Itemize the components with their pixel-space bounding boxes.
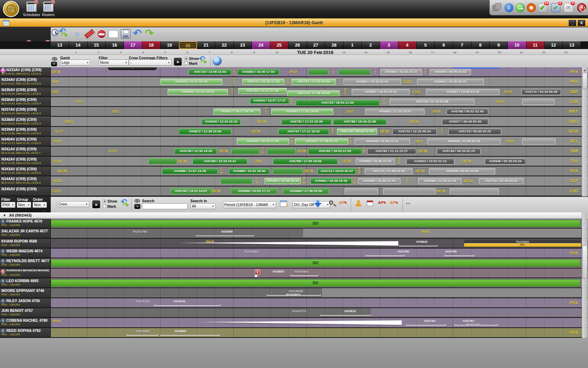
crew-filter-select[interactable]: PHX▼: [1, 202, 15, 208]
flight-bar[interactable]: [267, 148, 296, 154]
day-header-17[interactable]: 17: [124, 41, 142, 49]
flight-bar[interactable]: AV5847 / 20:31 23:12: [352, 89, 410, 95]
flight-bar[interactable]: AV5768 / 13:19 15:47: [192, 158, 247, 164]
duty-mark[interactable]: [127, 334, 158, 336]
flight-bar[interactable]: AV5713 / 21:09 23:16: [365, 168, 413, 174]
flight-bar[interactable]: AV5847 / 23:55 03:19: [426, 89, 499, 95]
scroll-up-icon[interactable]: ▲: [583, 69, 586, 72]
ruler-icon[interactable]: [84, 29, 95, 39]
undo-icon[interactable]: ↶: [133, 29, 143, 39]
stations-icon[interactable]: [97, 29, 106, 39]
crew-mark-radio[interactable]: [103, 204, 106, 208]
aircraft-label-cell[interactable]: N336AV (CR9) (CR9)BLH:10:42, ABH:10:15, …: [0, 97, 51, 106]
day-header-22[interactable]: 22: [215, 41, 233, 49]
flight-bar[interactable]: AV5872 / 12:39 15:05: [179, 129, 231, 135]
flight-bar[interactable]: AV5733 / 00:55 03:20: [448, 129, 501, 135]
flight-bar[interactable]: AV5833 / 23:02 01:14: [406, 158, 454, 164]
download-arrow-icon[interactable]: [314, 199, 322, 208]
day-header-8[interactable]: 8: [471, 41, 490, 49]
day-header-11[interactable]: 11: [526, 41, 545, 49]
flight-bar[interactable]: AV5817 / 14:17 16:24: [214, 109, 260, 115]
flight-bar[interactable]: AV5803 / 21:10 23:53: [365, 109, 425, 115]
duty-mark[interactable]: [160, 334, 220, 336]
aircraft-label-cell[interactable]: N341AV (CR9) (CR9)BLH:11:58, ABH:11:03, …: [0, 146, 51, 156]
crew-group-header[interactable]: ▼ All (99/2443): [0, 212, 588, 219]
flight-bar[interactable]: AV5940 / 17:39 20:09: [283, 188, 329, 194]
flight-bar[interactable]: [148, 158, 177, 164]
redo-icon[interactable]: ↷: [145, 29, 155, 39]
duty-mark[interactable]: [399, 245, 438, 246]
rule-violation-icon[interactable]: §: [255, 270, 260, 275]
crew-label-cell[interactable]: SLEO KORBIN 4693PHX - CA/CRX: [0, 278, 51, 287]
flight-bar[interactable]: AV5856 / 20:45 22:25: [356, 158, 394, 164]
aircraft-label-cell[interactable]: N342AV (CR9) (CR9)BLH:12:26, ABH:12:03, …: [0, 157, 51, 166]
flight-bar[interactable]: AV5768 / 17:00 19:55: [273, 158, 338, 164]
day-header-25[interactable]: 25: [270, 41, 288, 49]
day-header-13[interactable]: 13: [563, 41, 581, 49]
flight-bar[interactable]: AV5919 / 20:35 23:11: [355, 138, 410, 144]
crew-coverage-filters-select[interactable]: -▼: [129, 60, 172, 66]
power-icon[interactable]: [577, 3, 586, 12]
flight-bar[interactable]: AV5991 / 16:36 18:15: [265, 178, 301, 184]
flight-bar[interactable]: [338, 69, 371, 75]
mail-icon[interactable]: ✉0: [564, 3, 573, 12]
flight-bar[interactable]: AV5711 / 04:16 05:59: [522, 89, 561, 95]
duty-mark[interactable]: [290, 274, 318, 276]
gantt-filter-select[interactable]: None▼: [99, 60, 129, 66]
flight-bar[interactable]: AV5929 / 13:44 15:32: [202, 119, 241, 125]
flight-bar[interactable]: [450, 188, 499, 194]
refresh-icon[interactable]: [199, 57, 208, 66]
flight-bar[interactable]: AV5919 / 23:59 03:19: [427, 138, 500, 144]
flight-bar[interactable]: AV5782 / 18:53 21:00: [308, 148, 362, 154]
eye-icon[interactable]: [52, 57, 57, 61]
day-header-21[interactable]: 21: [197, 41, 215, 49]
ap-edit-icon[interactable]: AP✎: [339, 200, 347, 205]
assignment-wedge[interactable]: [177, 241, 398, 246]
flight-bar[interactable]: AV5803 / 17:02 19:43: [271, 109, 333, 115]
day-header-1[interactable]: 1: [343, 41, 362, 49]
collapse-tab[interactable]: ⌄: [39, 210, 48, 212]
clock-icon[interactable]: [51, 29, 58, 36]
collapse-tab[interactable]: ⌄: [108, 67, 157, 70]
crew-label-cell[interactable]: SREED SOPHIA 4792PHX - CA/CRX: [0, 328, 51, 337]
dots-icon[interactable]: ●●: [406, 202, 411, 205]
minimize-button[interactable]: _: [569, 20, 576, 26]
day-header-12[interactable]: 12: [545, 41, 563, 49]
flight-bar[interactable]: [308, 69, 328, 75]
crew-group-select[interactable]: Non▼: [17, 202, 31, 208]
expand-chevron-button[interactable]: »: [51, 62, 57, 66]
day-header-20[interactable]: 20: [179, 41, 197, 49]
flight-bar[interactable]: AV5737 / 17:50 20:04: [292, 79, 336, 85]
day-header-18[interactable]: 18: [142, 41, 160, 49]
flight-bar[interactable]: AV5737 / 15:32 17:30: [243, 79, 284, 85]
refresh-icon[interactable]: [121, 200, 130, 209]
scrollbar-thumb[interactable]: [582, 245, 587, 279]
day-off-bar[interactable]: DO: [51, 259, 580, 267]
flight-bar[interactable]: [522, 99, 554, 105]
duty-mark[interactable]: [320, 314, 371, 316]
ap-orange-icon[interactable]: AP✎: [390, 200, 398, 205]
aircraft-label-cell[interactable]: ✕N333AV (CR9) (CR9)BLH:09:41, ABH:09:12,…: [0, 67, 51, 76]
flight-bar[interactable]: AV5732 / 22:25 00:24: [392, 129, 437, 135]
flight-bar[interactable]: AV5729 / 18:04 21:50: [296, 100, 379, 106]
aircraft-label-cell[interactable]: N338AV (CR9) (CR9)BLH:08:32, ABH:08:00, …: [0, 117, 51, 126]
aircraft-label-cell[interactable]: N343AV (CR9) (CR9)BLH:12:34, ABH:11:32, …: [0, 166, 51, 176]
show-radio[interactable]: [184, 56, 188, 60]
day-header-27[interactable]: 27: [307, 41, 325, 49]
flight-bar[interactable]: [231, 148, 259, 154]
flight-bar[interactable]: AV5738 / 12:30 14:26: [175, 148, 217, 154]
crew-label-cell[interactable]: MOORE EPIPHANY 4746PHX - CA/CRX: [0, 288, 51, 297]
windows-icon[interactable]: [492, 3, 502, 12]
gantt-mode-select[interactable]: Legs▼: [60, 60, 90, 66]
flight-bar[interactable]: AV5729 / 22:18 02:08: [390, 99, 474, 105]
period-select[interactable]: Period (13FEB18 - 13MAR▼: [223, 201, 276, 208]
chevron-down-icon[interactable]: ▼: [3, 212, 6, 218]
help-lifebuoy-icon[interactable]: [527, 3, 536, 12]
flight-bar[interactable]: AV5958 / 00:05 03:04: [429, 168, 495, 174]
apply-chevron-button[interactable]: »: [92, 200, 100, 208]
aircraft-label-cell[interactable]: N344AV (CR9) (CR9)BLH:11:07, ABH:10:30, …: [0, 176, 51, 185]
aircraft-label-cell[interactable]: N334AV (CR9) (CR9)BLH:13:21, ABH:12:36, …: [0, 77, 51, 86]
flight-bar[interactable]: AV5888 / 15:01 16:50: [229, 168, 270, 174]
day-header-14[interactable]: 14: [69, 41, 87, 49]
day-header-15[interactable]: 15: [88, 41, 106, 49]
